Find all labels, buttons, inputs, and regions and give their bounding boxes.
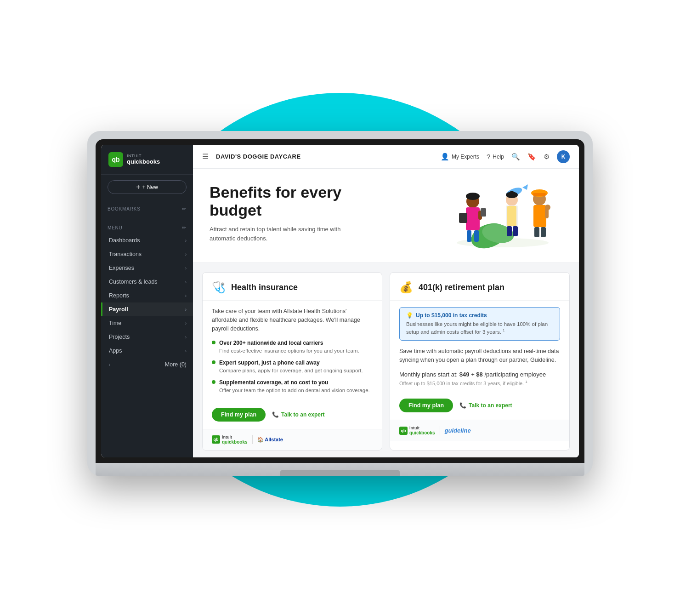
sidebar-item-time[interactable]: Time › bbox=[101, 316, 193, 330]
laptop-screen: qb INTUIT quickbooks + + New bbox=[101, 145, 579, 457]
chevron-right-icon: › bbox=[185, 307, 187, 312]
chevron-right-icon: › bbox=[185, 335, 187, 340]
sidebar-item-payroll[interactable]: Payroll › bbox=[101, 302, 193, 316]
highlight-title: 💡 Up to $15,000 in tax credits bbox=[406, 312, 553, 319]
sidebar-item-transactions-label: Transactions bbox=[109, 251, 142, 257]
menu-edit-icon[interactable]: ✏ bbox=[182, 225, 187, 231]
sidebar-item-dashboards[interactable]: Dashboards › bbox=[101, 234, 193, 247]
chevron-right-icon: › bbox=[185, 279, 187, 285]
bullet-dot-icon bbox=[212, 341, 215, 344]
qb-mini-text: intuitquickbooks bbox=[222, 435, 248, 445]
qb-mini-icon-2: qb bbox=[399, 427, 408, 435]
sidebar-item-payroll-label: Payroll bbox=[109, 306, 128, 313]
bookmarks-label: BOOKMARKS bbox=[108, 206, 141, 211]
my-experts-label: My Experts bbox=[452, 154, 479, 160]
sidebar-item-more[interactable]: › More (0) bbox=[101, 358, 193, 371]
svg-marker-12 bbox=[522, 184, 528, 190]
help-label: Help bbox=[493, 154, 504, 160]
svg-rect-21 bbox=[533, 205, 546, 227]
svg-rect-4 bbox=[466, 207, 480, 230]
hamburger-icon[interactable]: ☰ bbox=[202, 152, 209, 161]
hero-illustration bbox=[443, 176, 562, 250]
retirement-card: 💰 401(k) retirement plan 💡 Up to $15,000… bbox=[390, 272, 570, 451]
retirement-talk-label: Talk to an expert bbox=[469, 402, 512, 409]
svg-rect-9 bbox=[481, 208, 486, 217]
settings-icon[interactable]: ⚙ bbox=[544, 153, 550, 161]
bookmarks-edit-icon[interactable]: ✏ bbox=[182, 206, 187, 212]
sidebar-item-expenses-label: Expenses bbox=[109, 265, 134, 271]
sidebar-item-transactions[interactable]: Transactions › bbox=[101, 247, 193, 261]
people-illustration bbox=[443, 176, 562, 250]
laptop-outer: qb INTUIT quickbooks + + New bbox=[87, 131, 593, 476]
lightbulb-icon: 💡 bbox=[406, 312, 413, 319]
app-header: ☰ DAVID'S DOGGIE DAYCARE 👤 My Experts ? … bbox=[193, 145, 579, 169]
svg-point-10 bbox=[466, 193, 480, 200]
health-icon: 🩺 bbox=[212, 281, 226, 294]
hero-text: Benefits for every budget Attract and re… bbox=[210, 183, 375, 243]
pricing-note-text: Offset up to $15,000 in tax credits for … bbox=[399, 380, 524, 386]
new-button[interactable]: + + New bbox=[108, 180, 187, 194]
help-button[interactable]: ? Help bbox=[487, 153, 504, 160]
bullet-2-desc: Compare plans, apply for coverage, and g… bbox=[219, 367, 363, 374]
pricing-value: $49 bbox=[459, 371, 470, 378]
sidebar-item-reports[interactable]: Reports › bbox=[101, 289, 193, 302]
my-experts-button[interactable]: 👤 My Experts bbox=[441, 153, 479, 161]
retirement-card-title: 401(k) retirement plan bbox=[419, 283, 504, 292]
health-talk-expert-button[interactable]: 📞 Talk to an expert bbox=[272, 411, 324, 418]
bullet-3-desc: Offer your team the option to add on den… bbox=[219, 387, 370, 394]
health-card-description: Take care of your team with Allstate Hea… bbox=[212, 307, 373, 333]
laptop-base bbox=[96, 463, 584, 476]
search-icon[interactable]: 🔍 bbox=[511, 153, 520, 161]
sidebar-item-customers-leads[interactable]: Customers & leads › bbox=[101, 275, 193, 289]
allstate-icon: 🏠 bbox=[257, 437, 265, 442]
svg-rect-17 bbox=[513, 226, 518, 236]
pricing-plus: + bbox=[471, 371, 476, 378]
cards-grid: 🩺 Health insurance Take care of your tea… bbox=[193, 263, 579, 457]
qb-partner-logo-2: qb intuitquickbooks bbox=[399, 426, 435, 435]
bullet-3-text: Supplemental coverage, at no cost to you… bbox=[219, 379, 370, 394]
sidebar-item-reports-label: Reports bbox=[109, 292, 129, 299]
logo-text: INTUIT quickbooks bbox=[127, 154, 160, 165]
guideline-logo: guideline bbox=[445, 427, 471, 434]
sidebar: qb INTUIT quickbooks + + New bbox=[101, 145, 193, 457]
bullet-2-title: Expert support, just a phone call away bbox=[219, 359, 363, 367]
retirement-talk-expert-button[interactable]: 📞 Talk to an expert bbox=[459, 402, 512, 409]
hero-section: Benefits for every budget Attract and re… bbox=[193, 169, 579, 263]
logo-mark: qb INTUIT quickbooks bbox=[108, 152, 186, 167]
menu-header: MENU ✏ bbox=[101, 222, 193, 234]
sidebar-item-projects[interactable]: Projects › bbox=[101, 330, 193, 344]
retirement-card-body: 💡 Up to $15,000 in tax credits Businesse… bbox=[390, 301, 569, 399]
pricing-per: /participating employee bbox=[484, 371, 546, 378]
bookmarks-header: BOOKMARKS ✏ bbox=[101, 203, 193, 215]
retirement-find-plan-button[interactable]: Find my plan bbox=[399, 399, 453, 412]
health-find-plan-button[interactable]: Find my plan bbox=[212, 408, 266, 422]
phone-icon: 📞 bbox=[272, 411, 279, 418]
svg-rect-15 bbox=[507, 206, 516, 226]
avatar[interactable]: K bbox=[557, 150, 570, 163]
help-icon: ? bbox=[487, 153, 490, 160]
bullet-dot-icon bbox=[212, 380, 215, 384]
highlight-body-text: Businesses like yours might be eligible … bbox=[406, 321, 548, 335]
main-content: ☰ DAVID'S DOGGIE DAYCARE 👤 My Experts ? … bbox=[193, 145, 579, 457]
bullet-3-title: Supplemental coverage, at no cost to you bbox=[219, 379, 370, 387]
qb-partner-logo: qb intuitquickbooks bbox=[212, 435, 248, 445]
svg-rect-23 bbox=[541, 227, 546, 237]
bullet-1-title: Over 200+ nationwide and local carriers bbox=[219, 339, 359, 347]
new-button-label: + New bbox=[142, 184, 158, 190]
sidebar-item-expenses[interactable]: Expenses › bbox=[101, 261, 193, 275]
scene: qb INTUIT quickbooks + + New bbox=[0, 0, 680, 616]
chevron-right-icon: › bbox=[109, 362, 110, 367]
health-insurance-card: 🩺 Health insurance Take care of your tea… bbox=[202, 272, 382, 451]
tax-credit-highlight: 💡 Up to $15,000 in tax credits Businesse… bbox=[399, 307, 560, 341]
bookmark-icon[interactable]: 🔖 bbox=[527, 153, 536, 161]
sidebar-logo: qb INTUIT quickbooks bbox=[101, 145, 193, 175]
menu-label: MENU bbox=[108, 225, 123, 230]
laptop-wrapper: qb INTUIT quickbooks + + New bbox=[87, 131, 593, 476]
svg-point-27 bbox=[545, 205, 550, 210]
svg-rect-5 bbox=[467, 230, 471, 242]
quickbooks-text: quickbooks bbox=[127, 159, 160, 165]
health-card-title: Health insurance bbox=[231, 283, 298, 292]
sidebar-item-apps[interactable]: Apps › bbox=[101, 344, 193, 358]
chevron-right-icon: › bbox=[185, 238, 187, 243]
partner-divider bbox=[252, 435, 253, 444]
